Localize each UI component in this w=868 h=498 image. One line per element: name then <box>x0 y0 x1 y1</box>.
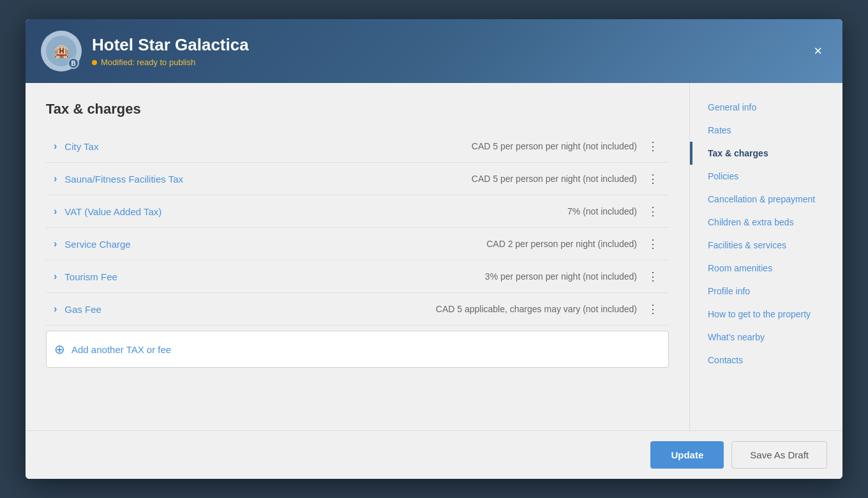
add-circle-icon: ⊕ <box>54 342 65 357</box>
more-options-button[interactable]: ⋮ <box>645 237 661 251</box>
update-button[interactable]: Update <box>650 441 724 469</box>
sidebar-item-policies[interactable]: Policies <box>690 165 842 188</box>
tax-item[interactable]: › Gas Fee CAD 5 applicable, charges may … <box>46 293 669 326</box>
sidebar: General infoRatesTax & chargesPoliciesCa… <box>689 83 842 430</box>
tax-detail: 7% (not included) <box>567 206 637 216</box>
tax-item[interactable]: › VAT (Value Added Tax) 7% (not included… <box>46 195 669 228</box>
hotel-building-icon: 🏨 <box>54 43 70 59</box>
more-options-button[interactable]: ⋮ <box>645 269 661 283</box>
sidebar-item-whats-nearby[interactable]: What's nearby <box>690 326 842 349</box>
tax-item[interactable]: › City Tax CAD 5 per person per night (n… <box>46 130 669 163</box>
more-options-button[interactable]: ⋮ <box>645 204 661 218</box>
modal-body: Tax & charges › City Tax CAD 5 per perso… <box>26 83 842 430</box>
tax-item[interactable]: › Tourism Fee 3% per person per night (n… <box>46 260 669 293</box>
hotel-status: Modified: ready to publish <box>92 57 249 67</box>
modal-header: 🏨 B Hotel Star Galactica Modified: ready… <box>26 19 842 83</box>
chevron-icon: › <box>54 271 57 282</box>
sidebar-item-children-beds[interactable]: Children & extra beds <box>690 211 842 234</box>
chevron-icon: › <box>54 238 57 250</box>
sidebar-item-how-to-get[interactable]: How to get to the property <box>690 303 842 326</box>
tax-list: › City Tax CAD 5 per person per night (n… <box>46 130 669 326</box>
header-left: 🏨 B Hotel Star Galactica Modified: ready… <box>41 31 249 72</box>
tax-name: VAT (Value Added Tax) <box>64 206 567 217</box>
tax-name: Service Charge <box>64 239 486 250</box>
chevron-icon: › <box>54 140 57 152</box>
tax-detail: CAD 5 per person per night (not included… <box>472 141 637 151</box>
modal-footer: Update Save As Draft <box>26 430 842 479</box>
tax-detail: CAD 5 applicable, charges may vary (not … <box>436 304 637 314</box>
chevron-icon: › <box>54 173 57 185</box>
sidebar-item-profile-info[interactable]: Profile info <box>690 280 842 303</box>
chevron-icon: › <box>54 206 57 217</box>
add-tax-label: Add another TAX or fee <box>71 344 171 355</box>
hotel-info: Hotel Star Galactica Modified: ready to … <box>92 35 249 67</box>
hotel-badge: B <box>68 57 79 69</box>
tax-detail: 3% per person per night (not included) <box>485 271 637 282</box>
section-title: Tax & charges <box>46 101 669 117</box>
hotel-name: Hotel Star Galactica <box>92 35 249 55</box>
close-button[interactable]: × <box>809 42 827 61</box>
sidebar-item-general-info[interactable]: General info <box>690 96 842 119</box>
chevron-icon: › <box>54 303 57 315</box>
hotel-logo: 🏨 B <box>41 31 82 72</box>
sidebar-item-facilities-services[interactable]: Facilities & services <box>690 234 842 257</box>
sidebar-item-contacts[interactable]: Contacts <box>690 349 842 372</box>
sidebar-item-rates[interactable]: Rates <box>690 119 842 142</box>
sidebar-item-cancellation[interactable]: Cancellation & prepayment <box>690 188 842 211</box>
tax-name: Sauna/Fitness Facilities Tax <box>64 174 472 185</box>
sidebar-item-tax-charges[interactable]: Tax & charges <box>690 142 842 165</box>
modal-window: 🏨 B Hotel Star Galactica Modified: ready… <box>26 19 842 479</box>
tax-detail: CAD 5 per person per night (not included… <box>472 174 637 184</box>
status-dot-icon <box>92 60 97 65</box>
nav-list: General infoRatesTax & chargesPoliciesCa… <box>690 96 842 372</box>
status-text: Modified: ready to publish <box>101 57 195 67</box>
main-content: Tax & charges › City Tax CAD 5 per perso… <box>26 83 689 430</box>
more-options-button[interactable]: ⋮ <box>645 302 661 316</box>
tax-name: Gas Fee <box>64 304 436 315</box>
more-options-button[interactable]: ⋮ <box>645 139 661 153</box>
tax-name: City Tax <box>64 141 472 152</box>
tax-detail: CAD 2 per person per night (included) <box>486 239 637 249</box>
add-tax-button[interactable]: ⊕ Add another TAX or fee <box>46 331 669 368</box>
tax-item[interactable]: › Sauna/Fitness Facilities Tax CAD 5 per… <box>46 163 669 195</box>
save-draft-button[interactable]: Save As Draft <box>731 441 827 469</box>
more-options-button[interactable]: ⋮ <box>645 172 661 186</box>
sidebar-item-room-amenities[interactable]: Room amenities <box>690 257 842 280</box>
tax-name: Tourism Fee <box>64 271 485 282</box>
tax-item[interactable]: › Service Charge CAD 2 per person per ni… <box>46 228 669 260</box>
